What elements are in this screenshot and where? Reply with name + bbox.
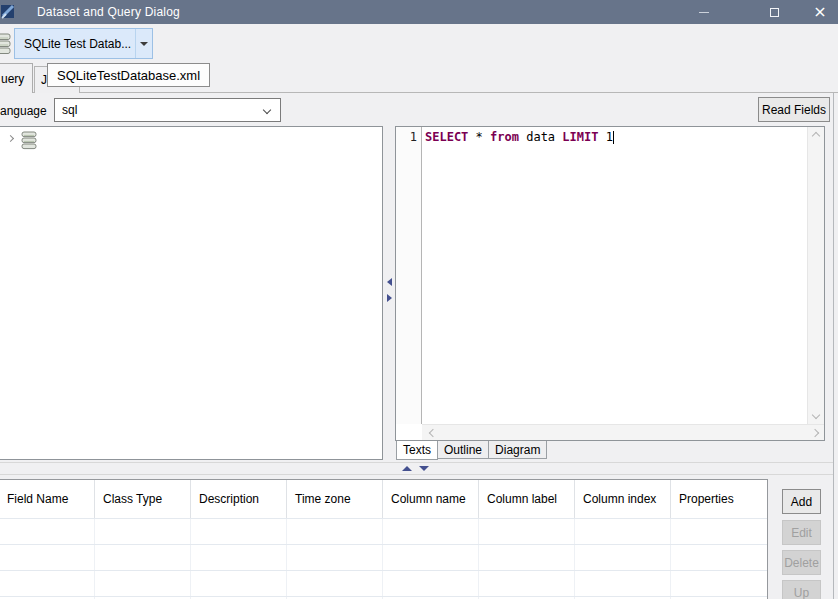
column-header[interactable]: Column label [479, 480, 575, 518]
collapse-right-icon[interactable] [387, 294, 392, 302]
tab-strip-divider [0, 92, 838, 93]
language-label: anguage [0, 104, 47, 118]
table-cell [671, 519, 767, 544]
table-cell [0, 545, 95, 570]
table-cell [383, 571, 479, 596]
dataset-dropdown-arrow[interactable] [135, 29, 152, 58]
editor-vertical-scrollbar[interactable] [807, 127, 824, 424]
code-line-tokens[interactable]: SELECT * from data LIMIT 1 [425, 130, 614, 144]
column-header[interactable]: Column name [383, 480, 479, 518]
fields-table-header: Field NameClass TypeDescriptionTime zone… [0, 480, 767, 518]
collapse-down-icon[interactable] [419, 466, 429, 471]
tab-texts-label: Texts [403, 443, 431, 457]
table-cell [0, 571, 95, 596]
title-bar: Dataset and Query Dialog × [0, 0, 838, 24]
column-header[interactable]: Time zone [287, 480, 383, 518]
table-cell [575, 519, 671, 544]
table-cell [479, 545, 575, 570]
fields-table[interactable]: Field NameClass TypeDescriptionTime zone… [0, 479, 768, 599]
maximize-button[interactable] [758, 0, 790, 24]
table-cell [479, 571, 575, 596]
sql-editor-panel[interactable]: 1 SELECT * from data LIMIT 1 [395, 126, 825, 441]
table-row[interactable] [0, 544, 767, 570]
fields-table-body [0, 518, 767, 599]
combo-chevron-icon [263, 106, 271, 114]
minimize-icon [699, 12, 709, 13]
text-caret [613, 131, 614, 144]
line-number-gutter: 1 [396, 127, 422, 424]
table-cell [383, 545, 479, 570]
dataset-select-label: SQLite Test Datab... [15, 37, 135, 51]
read-fields-label: Read Fields [762, 103, 826, 117]
action-up-button: Up [782, 580, 821, 599]
read-fields-button[interactable]: Read Fields [758, 97, 830, 122]
minimize-button[interactable] [688, 0, 720, 24]
scroll-up-icon[interactable] [812, 132, 820, 140]
table-cell [95, 571, 191, 596]
action-edit-button: Edit [782, 520, 821, 545]
tooltip-text: SQLiteTestDatabase.xml [57, 68, 200, 83]
tab-query-label: uery [1, 72, 24, 86]
column-header[interactable]: Column index [575, 480, 671, 518]
action-delete-button: Delete [782, 550, 821, 575]
table-cell [191, 519, 287, 544]
tree-expand-icon[interactable] [7, 135, 14, 142]
window-title: Dataset and Query Dialog [37, 5, 180, 19]
table-cell [287, 571, 383, 596]
column-header[interactable]: Properties [671, 480, 767, 518]
table-cell [95, 519, 191, 544]
language-value: sql [62, 103, 77, 117]
dataset-select-button[interactable]: SQLite Test Datab... [14, 28, 153, 59]
column-header[interactable]: Class Type [95, 480, 191, 518]
table-cell [95, 545, 191, 570]
table-cell [575, 571, 671, 596]
action-add-button[interactable]: Add [782, 489, 821, 514]
vertical-splitter[interactable] [385, 126, 395, 460]
tree-database-icon[interactable] [21, 131, 38, 150]
line-number: 1 [410, 130, 417, 144]
dataset-tooltip: SQLiteTestDatabase.xml [47, 63, 210, 87]
close-icon: × [813, 4, 826, 20]
scroll-left-icon[interactable] [429, 429, 437, 437]
column-header[interactable]: Description [191, 480, 287, 518]
database-icon [0, 33, 12, 55]
maximize-icon [770, 8, 779, 17]
content-right-border [833, 93, 834, 599]
tab-diagram[interactable]: Diagram [488, 441, 547, 459]
tab-diagram-label: Diagram [495, 443, 540, 457]
scroll-down-icon[interactable] [812, 411, 820, 419]
table-cell [191, 545, 287, 570]
language-combobox[interactable]: sql [54, 98, 281, 122]
tab-outline[interactable]: Outline [437, 441, 489, 459]
table-cell [671, 545, 767, 570]
dialog-icon [1, 4, 16, 19]
table-cell [287, 545, 383, 570]
table-cell [0, 519, 95, 544]
collapse-up-icon[interactable] [402, 466, 412, 471]
table-cell [191, 571, 287, 596]
column-header[interactable]: Field Name [0, 480, 95, 518]
tab-outline-label: Outline [444, 443, 482, 457]
table-row[interactable] [0, 518, 767, 544]
tab-query[interactable]: uery [0, 63, 33, 93]
datasource-tree-panel [0, 126, 383, 460]
horizontal-splitter[interactable] [0, 462, 833, 475]
collapse-left-icon[interactable] [387, 278, 392, 286]
table-cell [479, 519, 575, 544]
table-cell [287, 519, 383, 544]
editor-tab-strip: Texts Outline Diagram [396, 441, 546, 460]
chevron-down-icon [140, 42, 148, 46]
table-cell [671, 571, 767, 596]
table-cell [575, 545, 671, 570]
editor-horizontal-scrollbar[interactable] [422, 424, 824, 440]
close-button[interactable]: × [804, 0, 836, 24]
table-row[interactable] [0, 570, 767, 596]
table-cell [383, 519, 479, 544]
tab-texts[interactable]: Texts [396, 441, 438, 460]
scroll-right-icon[interactable] [811, 429, 819, 437]
